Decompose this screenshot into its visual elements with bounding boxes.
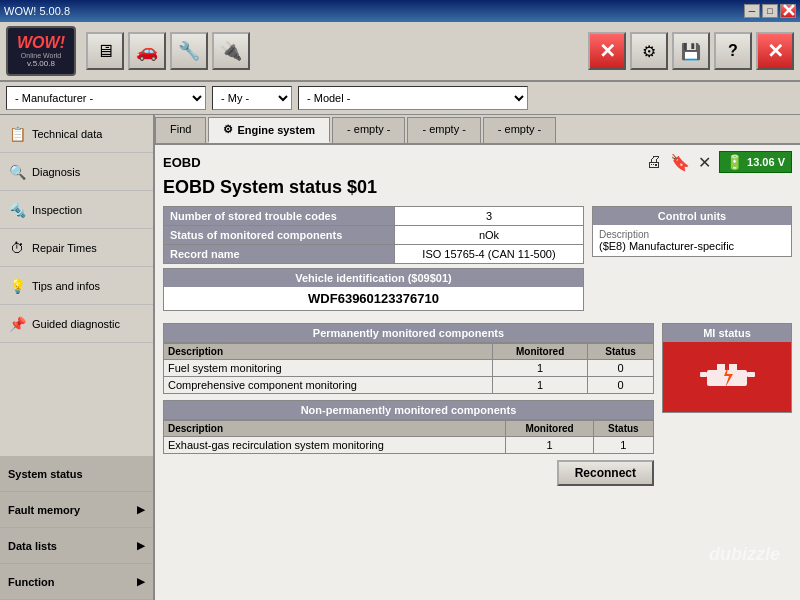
svg-rect-4 bbox=[747, 372, 755, 377]
sidebar: 📋 Technical data 🔍 Diagnosis 🔩 Inspectio… bbox=[0, 115, 155, 600]
sidebar-item-label: Technical data bbox=[32, 128, 102, 140]
sidebar-item-label: Guided diagnostic bbox=[32, 318, 120, 330]
toolbar-btn-computer[interactable]: 🖥 bbox=[86, 32, 124, 70]
comprehensive-desc: Comprehensive component monitoring bbox=[164, 377, 493, 394]
sidebar-bottom: System status Fault memory ▶ Data lists … bbox=[0, 456, 153, 600]
toolbar-btn-connector[interactable]: 🔌 bbox=[212, 32, 250, 70]
print-icon[interactable]: 🖨 bbox=[646, 153, 662, 171]
reconnect-button[interactable]: Reconnect bbox=[557, 460, 654, 486]
eobd-header: EOBD 🖨 🔖 ✕ 🔋 13.06 V bbox=[163, 151, 792, 173]
record-name-label: Record name bbox=[164, 245, 395, 264]
maximize-button[interactable]: □ bbox=[762, 4, 778, 18]
sidebar-item-label: Tips and infos bbox=[32, 280, 100, 292]
perm-col-status: Status bbox=[588, 344, 654, 360]
vehicle-id-section: Vehicle identification ($09$01) WDF63960… bbox=[163, 268, 584, 311]
toolbar-close-btn[interactable]: ✕ bbox=[588, 32, 626, 70]
close-window-button[interactable]: ✕ bbox=[780, 4, 796, 18]
logo-tagline: Online World bbox=[21, 52, 61, 59]
mi-status-box: MI status bbox=[662, 323, 792, 413]
function-label: Function bbox=[8, 576, 54, 588]
logo-version: v.5.00.8 bbox=[27, 59, 55, 68]
record-name-value: ISO 15765-4 (CAN 11-500) bbox=[395, 245, 584, 264]
toolbar-exit-btn[interactable]: ✕ bbox=[756, 32, 794, 70]
toolbar-btn-wrench[interactable]: 🔧 bbox=[170, 32, 208, 70]
comprehensive-monitored: 1 bbox=[492, 377, 587, 394]
battery-voltage: 13.06 V bbox=[747, 156, 785, 168]
engine-warning-svg bbox=[692, 352, 762, 402]
perm-col-desc: Description bbox=[164, 344, 493, 360]
fuel-system-monitored: 1 bbox=[492, 360, 587, 377]
table-row: Exhaust-gas recirculation system monitor… bbox=[164, 437, 654, 454]
battery-icon: 🔋 bbox=[726, 154, 743, 170]
exhaust-monitored: 1 bbox=[506, 437, 593, 454]
monitored-label: Status of monitored components bbox=[164, 226, 395, 245]
title-bar-text: WOW! 5.00.8 bbox=[4, 5, 70, 17]
control-units-body: Description ($E8) Manufacturer-specific bbox=[593, 225, 791, 256]
sidebar-item-repair-times[interactable]: ⏱ Repair Times bbox=[0, 229, 153, 267]
exhaust-status: 1 bbox=[593, 437, 653, 454]
my-dropdown[interactable]: - My - bbox=[212, 86, 292, 110]
toolbar-save-btn[interactable]: 💾 bbox=[672, 32, 710, 70]
sidebar-bottom-function[interactable]: Function ▶ bbox=[0, 564, 153, 600]
main-window: WOW! Online World v.5.00.8 🖥 🚗 🔧 🔌 ✕ ⚙ 💾… bbox=[0, 22, 800, 600]
sidebar-bottom-data-lists[interactable]: Data lists ▶ bbox=[0, 528, 153, 564]
sidebar-bottom-system-status[interactable]: System status bbox=[0, 456, 153, 492]
trouble-codes-label: Number of stored trouble codes bbox=[164, 207, 395, 226]
mi-status-image bbox=[663, 342, 791, 412]
control-units: Control units Description ($E8) Manufact… bbox=[592, 206, 792, 257]
minimize-button[interactable]: ─ bbox=[744, 4, 760, 18]
fault-memory-label: Fault memory bbox=[8, 504, 80, 516]
manufacturer-dropdown[interactable]: - Manufacturer - bbox=[6, 86, 206, 110]
cu-desc-value: ($E8) Manufacturer-specific bbox=[599, 240, 785, 252]
logo-wow: WOW! bbox=[17, 34, 65, 52]
content-area: 📋 Technical data 🔍 Diagnosis 🔩 Inspectio… bbox=[0, 115, 800, 600]
non-perm-col-monitored: Monitored bbox=[506, 421, 593, 437]
exhaust-desc: Exhaust-gas recirculation system monitor… bbox=[164, 437, 506, 454]
top-toolbar: WOW! Online World v.5.00.8 🖥 🚗 🔧 🔌 ✕ ⚙ 💾… bbox=[0, 22, 800, 82]
sidebar-item-label: Diagnosis bbox=[32, 166, 80, 178]
system-status-label: System status bbox=[8, 468, 83, 480]
tab-find[interactable]: Find bbox=[155, 117, 206, 143]
sidebar-item-technical-data[interactable]: 📋 Technical data bbox=[0, 115, 153, 153]
cu-desc-label: Description bbox=[599, 229, 785, 240]
tab-empty-2[interactable]: - empty - bbox=[407, 117, 480, 143]
toolbar-btn-car[interactable]: 🚗 bbox=[128, 32, 166, 70]
trouble-codes-value: 3 bbox=[395, 207, 584, 226]
repair-times-icon: ⏱ bbox=[8, 240, 26, 256]
tab-empty-3[interactable]: - empty - bbox=[483, 117, 556, 143]
fault-memory-arrow: ▶ bbox=[137, 504, 145, 515]
tab-engine-system[interactable]: ⚙ Engine system bbox=[208, 117, 330, 143]
right-column: Control units Description ($E8) Manufact… bbox=[592, 206, 792, 317]
diagnosis-icon: 🔍 bbox=[8, 164, 26, 180]
monitored-value: nOk bbox=[395, 226, 584, 245]
content-panel: EOBD 🖨 🔖 ✕ 🔋 13.06 V EOBD System status … bbox=[155, 145, 800, 600]
sidebar-item-guided-diagnostic[interactable]: 📌 Guided diagnostic bbox=[0, 305, 153, 343]
mi-status-section: MI status bbox=[662, 323, 792, 413]
status-title: EOBD System status $01 bbox=[163, 177, 792, 198]
mi-status-header: MI status bbox=[663, 324, 791, 342]
non-permanently-table: Description Monitored Status Exhaust-gas… bbox=[163, 420, 654, 454]
permanently-monitored: Permanently monitored components Descrip… bbox=[163, 323, 654, 394]
toolbar-settings-btn[interactable]: ⚙ bbox=[630, 32, 668, 70]
bookmark-icon[interactable]: 🔖 bbox=[670, 153, 690, 172]
bottom-row: Permanently monitored components Descrip… bbox=[163, 323, 792, 486]
sidebar-item-inspection[interactable]: 🔩 Inspection bbox=[0, 191, 153, 229]
tab-empty-1[interactable]: - empty - bbox=[332, 117, 405, 143]
battery-indicator: 🔋 13.06 V bbox=[719, 151, 792, 173]
eobd-title: EOBD bbox=[163, 155, 201, 170]
close-icon[interactable]: ✕ bbox=[698, 153, 711, 172]
sidebar-bottom-fault-memory[interactable]: Fault memory ▶ bbox=[0, 492, 153, 528]
info-table: Number of stored trouble codes 3 Status … bbox=[163, 206, 584, 264]
permanently-header: Permanently monitored components bbox=[163, 323, 654, 343]
permanently-table: Description Monitored Status Fuel system… bbox=[163, 343, 654, 394]
table-row: Comprehensive component monitoring 1 0 bbox=[164, 377, 654, 394]
toolbar-help-btn[interactable]: ? bbox=[714, 32, 752, 70]
toolbar-right: ✕ ⚙ 💾 ? ✕ bbox=[588, 32, 794, 70]
main-panel: Find ⚙ Engine system - empty - - empty -… bbox=[155, 115, 800, 600]
model-dropdown[interactable]: - Model - bbox=[298, 86, 528, 110]
components-section: Permanently monitored components Descrip… bbox=[163, 323, 654, 486]
sidebar-item-diagnosis[interactable]: 🔍 Diagnosis bbox=[0, 153, 153, 191]
title-bar-controls: ─ □ ✕ bbox=[744, 4, 796, 18]
sidebar-item-tips[interactable]: 💡 Tips and infos bbox=[0, 267, 153, 305]
dropdown-row: - Manufacturer - - My - - Model - bbox=[0, 82, 800, 115]
